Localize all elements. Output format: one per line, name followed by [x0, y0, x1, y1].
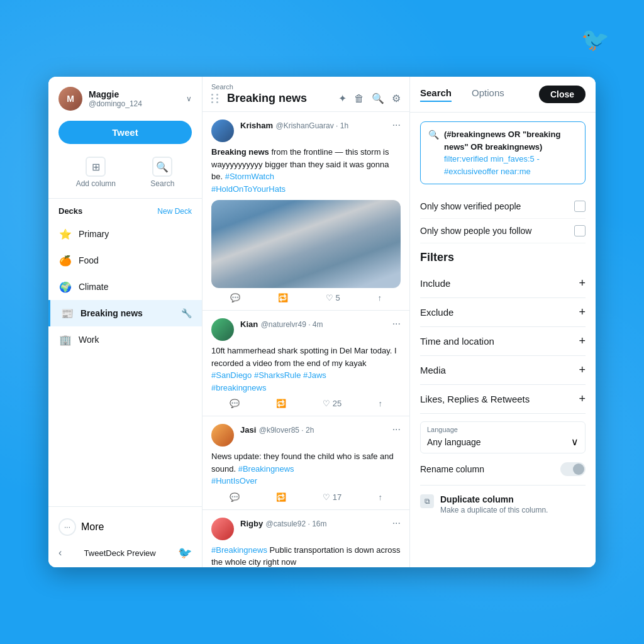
- media-plus-icon[interactable]: +: [579, 364, 586, 377]
- user-name: Maggie: [89, 89, 142, 99]
- sidebar-item-climate[interactable]: 🌍 Climate: [48, 274, 202, 300]
- add-column-icon: ⊞: [86, 157, 106, 177]
- tweet-name: Rigby: [240, 519, 263, 528]
- table-row: Kian @naturelvr49 · 4m ··· 10ft hammerhe…: [203, 311, 409, 416]
- retweet-button[interactable]: 🔁: [276, 399, 286, 408]
- work-icon: 🏢: [58, 333, 72, 347]
- search-query-text: (#breakingnews OR "breaking news" OR bre…: [444, 128, 577, 177]
- reply-button[interactable]: 💬: [230, 293, 240, 303]
- reply-button[interactable]: 💬: [230, 492, 240, 502]
- column-title: Breaking news: [227, 92, 307, 105]
- tweet-name-row: Krisham @KrishanGuarav · 1h ···: [240, 119, 401, 131]
- delete-icon[interactable]: 🗑: [354, 93, 364, 104]
- chevron-down-icon[interactable]: ∨: [186, 94, 192, 103]
- sparkle-icon[interactable]: ✦: [338, 92, 347, 104]
- tweetdeck-label: TweetDeck Preview: [84, 548, 156, 558]
- tweet-name-row: Jasi @k9lover85 · 2h ···: [240, 424, 401, 435]
- main-column: Search Breaking news ✦ 🗑 🔍 ⚙: [203, 77, 410, 567]
- share-button[interactable]: ↑: [378, 293, 382, 303]
- avatar: [211, 424, 234, 447]
- only-follow-option[interactable]: Only show people you follow: [420, 219, 586, 243]
- tab-options[interactable]: Options: [472, 87, 504, 102]
- tweet-user-info: Krisham @KrishanGuarav · 1h ···: [240, 119, 401, 131]
- tweet-button[interactable]: Tweet: [58, 121, 192, 144]
- tweet-menu-icon[interactable]: ···: [392, 318, 401, 330]
- time-location-plus-icon[interactable]: +: [579, 335, 586, 348]
- tweet-text: Breaking news from the frontline — this …: [211, 146, 401, 195]
- media-filter-row: Media +: [420, 356, 586, 385]
- sidebar-item-breaking-news[interactable]: 📰 Breaking news 🔧: [48, 300, 202, 326]
- exclude-plus-icon[interactable]: +: [579, 306, 586, 319]
- tweets-feed: Krisham @KrishanGuarav · 1h ··· Breaking…: [203, 112, 409, 567]
- language-label: Language: [421, 422, 585, 433]
- only-verified-checkbox[interactable]: [574, 201, 586, 212]
- rename-toggle[interactable]: [560, 462, 586, 476]
- avatar: [211, 518, 234, 540]
- settings-icon[interactable]: ⚙: [392, 92, 401, 104]
- sidebar-item-work[interactable]: 🏢 Work: [48, 326, 202, 353]
- language-value-row: Any language ∨: [421, 433, 585, 453]
- more-item[interactable]: ··· More: [58, 514, 192, 540]
- duplicate-subtitle: Make a duplicate of this column.: [440, 506, 548, 514]
- chevron-down-icon: ∨: [571, 436, 579, 448]
- right-panel: Search Options Close 🔍 (#breakingnews OR…: [410, 77, 596, 567]
- user-name-block: Maggie @domingo_124: [89, 89, 142, 108]
- retweet-button[interactable]: 🔁: [278, 293, 288, 303]
- tweet-image: [211, 200, 401, 288]
- tweet-text: #Breakingnews Public transportation is d…: [211, 544, 401, 568]
- right-panel-header: Search Options Close: [410, 77, 596, 113]
- close-button[interactable]: Close: [539, 86, 586, 103]
- sidebar-item-food[interactable]: 🍊 Food: [48, 247, 202, 274]
- only-follow-checkbox[interactable]: [574, 225, 586, 236]
- tweetdeck-preview: ‹ TweetDeck Preview 🐦: [58, 546, 192, 560]
- rename-column-row: Rename column: [420, 453, 586, 486]
- share-button[interactable]: ↑: [378, 492, 382, 502]
- tweet-header: Krisham @KrishanGuarav · 1h ···: [211, 119, 401, 142]
- tweet-handle: @k9lover85 · 2h: [259, 426, 314, 435]
- like-button[interactable]: ♡ 25: [323, 399, 341, 408]
- tweet-handle: @catsule92 · 16m: [266, 519, 327, 528]
- only-verified-label: Only show verified people: [420, 201, 521, 211]
- nav-items: ⭐ Primary 🍊 Food 🌍 Climate 📰 Breaking ne…: [48, 221, 202, 506]
- share-button[interactable]: ↑: [378, 399, 382, 408]
- tab-search[interactable]: Search: [420, 87, 452, 102]
- add-column-action[interactable]: ⊞ Add column: [76, 157, 116, 188]
- back-arrow-icon[interactable]: ‹: [58, 547, 62, 558]
- sidebar-item-primary[interactable]: ⭐ Primary: [48, 221, 202, 247]
- sidebar-item-label: Climate: [79, 282, 108, 292]
- only-verified-option[interactable]: Only show verified people: [420, 194, 586, 219]
- tweet-menu-icon[interactable]: ···: [392, 424, 401, 435]
- table-row: Krisham @KrishanGuarav · 1h ··· Breaking…: [203, 112, 409, 311]
- tweet-menu-icon[interactable]: ···: [392, 518, 401, 529]
- search-label: Search: [150, 179, 174, 188]
- twitter-logo: 🐦: [581, 26, 609, 53]
- new-deck-button[interactable]: New Deck: [157, 207, 192, 216]
- tweet-header: Kian @naturelvr49 · 4m ···: [211, 318, 401, 341]
- like-button[interactable]: ♡ 5: [326, 293, 340, 303]
- search-column-icon[interactable]: 🔍: [372, 92, 384, 104]
- include-plus-icon[interactable]: +: [579, 277, 586, 290]
- search-action[interactable]: 🔍 Search: [150, 157, 174, 188]
- drag-handle[interactable]: [211, 94, 219, 103]
- wrench-icon[interactable]: 🔧: [181, 308, 192, 318]
- breaking-news-icon: 📰: [60, 306, 74, 320]
- column-header-row: Breaking news ✦ 🗑 🔍 ⚙: [211, 92, 401, 105]
- reply-button[interactable]: 💬: [230, 399, 240, 408]
- tweet-menu-icon[interactable]: ···: [392, 119, 401, 131]
- search-query-box[interactable]: 🔍 (#breakingnews OR "breaking news" OR b…: [420, 121, 586, 184]
- app-container: M Maggie @domingo_124 ∨ Tweet ⊞ Add colu…: [48, 77, 596, 567]
- duplicate-row[interactable]: ⧉ Duplicate column Make a duplicate of t…: [420, 486, 586, 523]
- language-selector[interactable]: Language Any language ∨: [420, 421, 586, 453]
- duplicate-title: Duplicate column: [440, 494, 548, 504]
- user-info[interactable]: M Maggie @domingo_124: [58, 87, 142, 111]
- like-button[interactable]: ♡ 17: [323, 492, 341, 502]
- tweet-name: Kian: [240, 319, 258, 329]
- retweet-button[interactable]: 🔁: [276, 492, 286, 502]
- sidebar-item-label: Work: [79, 335, 99, 345]
- climate-icon: 🌍: [58, 280, 72, 294]
- likes-plus-icon[interactable]: +: [579, 392, 586, 406]
- add-column-label: Add column: [76, 179, 116, 188]
- rename-column-label: Rename column: [420, 464, 484, 474]
- language-value: Any language: [427, 437, 481, 447]
- more-label: More: [81, 521, 104, 533]
